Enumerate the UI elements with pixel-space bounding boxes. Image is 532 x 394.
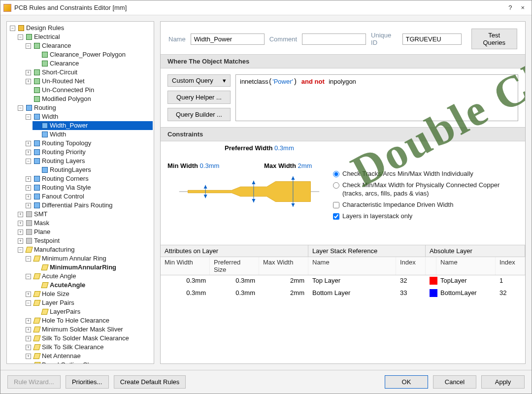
tree-routing-corners[interactable]: +Routing Corners [25, 174, 153, 183]
width-icon [34, 114, 40, 120]
tree-board-outline-clearance[interactable]: Board Outline Clearance [25, 361, 153, 364]
tree-routing-layers-rule[interactable]: RoutingLayers [33, 165, 153, 174]
cell-max-width[interactable]: 2mm [259, 288, 308, 300]
name-label: Name [168, 35, 186, 43]
tree-routing-priority[interactable]: +Routing Priority [25, 148, 153, 157]
cell-layer-name: Bottom Layer [308, 288, 396, 300]
ok-button[interactable]: OK [385, 375, 428, 389]
col-min-width[interactable]: Min Width [161, 257, 210, 275]
tree-un-routed-net[interactable]: +Un-Routed Net [25, 77, 153, 86]
comment-input[interactable] [302, 33, 366, 45]
tree-clearance-power-polygon[interactable]: Clearance_Power Polygon [33, 50, 153, 59]
svg-marker-9 [291, 203, 295, 207]
tree-hole-size[interactable]: +Hole Size [25, 290, 153, 298]
apply-button[interactable]: Apply [481, 375, 525, 389]
rule-icon [33, 335, 40, 341]
close-button[interactable]: × [521, 4, 525, 11]
help-button[interactable]: ? [508, 4, 512, 11]
tree-width-rule[interactable]: Width [33, 130, 153, 139]
tree-acute-angle[interactable]: −Acute Angle [25, 272, 153, 281]
name-input[interactable] [191, 33, 265, 45]
opt-check-connected-copper[interactable]: Check Min/Max Width for Physically Conne… [333, 181, 520, 198]
tree-manufacturing[interactable]: −Manufacturing [17, 245, 153, 254]
tree-smt[interactable]: +SMT [17, 210, 153, 219]
svg-marker-6 [252, 199, 255, 202]
opt-check-individually[interactable]: Check Tracks/Arcs Min/Max Width Individu… [333, 170, 520, 178]
col-abs-index[interactable]: Index [496, 257, 525, 275]
query-textarea[interactable]: innetclass('Power') and not inpolygon [235, 74, 518, 121]
tree-min-annular-ring-rule[interactable]: MinimumAnnularRing [33, 263, 153, 272]
cell-min-width[interactable]: 0.3mm [161, 275, 210, 288]
opt-layers-in-stack-only[interactable]: Layers in layerstack only [333, 212, 520, 221]
query-helper-button[interactable]: Query Helper ... [167, 91, 231, 104]
min-width-value[interactable]: 0.3mm [200, 162, 220, 169]
rule-icon [34, 96, 40, 102]
cell-pref-size[interactable]: 0.3mm [210, 288, 259, 300]
priorities-button[interactable]: Priorities... [66, 375, 109, 389]
rule-wizard-button[interactable]: Rule Wizard... [7, 375, 61, 389]
tree-silk-to-solder[interactable]: +Silk To Solder Mask Clearance [25, 334, 153, 343]
test-queries-button[interactable]: Test Queries [471, 29, 517, 49]
max-width-value[interactable]: 2mm [298, 162, 312, 169]
tree-min-annular-ring[interactable]: −Minimum Annular Ring [25, 254, 153, 263]
uid-label: Unique ID [371, 32, 397, 46]
tree-routing-topology[interactable]: +Routing Topology [25, 139, 153, 148]
rule-icon [34, 202, 40, 208]
tree-acute-angle-rule[interactable]: AcuteAngle [33, 281, 153, 290]
tree-silk-to-silk[interactable]: +Silk To Silk Clearance [25, 343, 153, 352]
cell-min-width[interactable]: 0.3mm [161, 288, 210, 300]
cell-layer-index: 32 [396, 275, 426, 288]
rules-tree-pane[interactable]: −Design Rules −Electrical −Clearance Cle… [6, 21, 154, 364]
col-layer-index[interactable]: Index [396, 257, 426, 275]
uid-input[interactable] [402, 33, 462, 45]
cell-pref-size[interactable]: 0.3mm [210, 275, 259, 288]
match-mode-dropdown[interactable]: Custom Query ▾ [167, 74, 231, 87]
tree-electrical[interactable]: −Electrical [17, 33, 153, 41]
match-header: Where The Object Matches [161, 54, 525, 68]
tree-short-circuit[interactable]: +Short-Circuit [25, 68, 153, 77]
col-layer-name[interactable]: Name [308, 257, 396, 275]
tree-width[interactable]: −Width [25, 112, 153, 121]
rule-icon [34, 158, 40, 164]
table-row[interactable]: 0.3mm0.3mm2mmTop Layer32TopLayer1 [161, 275, 525, 288]
rule-icon [42, 131, 48, 137]
tree-routing-layers[interactable]: −Routing Layers [25, 157, 153, 165]
tree-modified-polygon[interactable]: Modified Polygon [25, 95, 153, 103]
tree-un-connected-pin[interactable]: Un-Connected Pin [25, 86, 153, 95]
rule-icon [33, 327, 40, 332]
rule-icon [41, 282, 48, 288]
tree-width-power[interactable]: Width_Power [33, 121, 153, 130]
comment-label: Comment [269, 35, 297, 43]
col-pref-size[interactable]: Preferred Size [210, 257, 259, 275]
query-builder-button[interactable]: Query Builder ... [167, 108, 231, 121]
col-group-abs: Absolute Layer [426, 245, 525, 257]
tree-diff-pairs[interactable]: +Differential Pairs Routing [25, 201, 153, 210]
rule-icon [34, 140, 40, 146]
opt-impedance-driven[interactable]: Characteristic Impedance Driven Width [333, 201, 520, 209]
tree-layer-pairs[interactable]: −Layer Pairs [25, 298, 153, 307]
tree-min-solder-mask-sliver[interactable]: +Minimum Solder Mask Sliver [25, 325, 153, 334]
cancel-button[interactable]: Cancel [433, 375, 476, 389]
tree-clearance-rule[interactable]: Clearance [33, 59, 153, 68]
table-row[interactable]: 0.3mm0.3mm2mmBottom Layer33BottomLayer32 [161, 288, 525, 300]
col-abs-name[interactable]: Name [436, 257, 496, 275]
dialog-window: PCB Rules and Constraints Editor [mm] ? … [0, 0, 532, 394]
tree-routing[interactable]: −Routing [17, 103, 153, 112]
rule-icon [42, 61, 48, 66]
tree-fanout-control[interactable]: +Fanout Control [25, 192, 153, 201]
tree-mask[interactable]: +Mask [17, 219, 153, 228]
cell-max-width[interactable]: 2mm [259, 275, 308, 288]
create-default-rules-button[interactable]: Create Default Rules [114, 375, 186, 389]
manufacturing-icon [25, 247, 33, 253]
tree-plane[interactable]: +Plane [17, 228, 153, 236]
tree-routing-via-style[interactable]: +Routing Via Style [25, 183, 153, 192]
testpoint-icon [26, 238, 32, 244]
tree-root[interactable]: −Design Rules [9, 24, 153, 33]
tree-testpoint[interactable]: +Testpoint [17, 236, 153, 245]
col-max-width[interactable]: Max Width [259, 257, 308, 275]
tree-hole-to-hole[interactable]: +Hole To Hole Clearance [25, 316, 153, 325]
tree-net-antennae[interactable]: +Net Antennae [25, 352, 153, 361]
tree-clearance[interactable]: −Clearance [25, 41, 153, 50]
pref-width-value[interactable]: 0.3mm [274, 144, 294, 152]
tree-layer-pairs-rule[interactable]: LayerPairs [33, 307, 153, 316]
